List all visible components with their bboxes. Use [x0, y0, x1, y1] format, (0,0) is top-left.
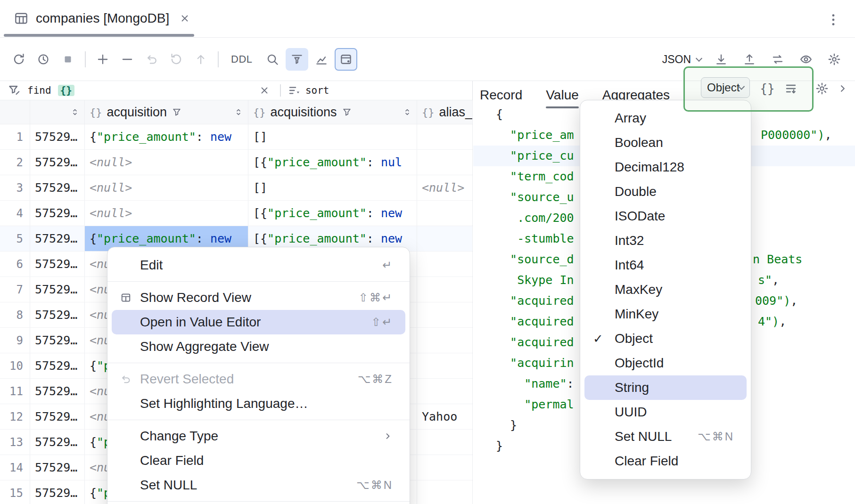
row-number[interactable]: 7 — [0, 277, 30, 302]
kebab-menu-icon[interactable] — [823, 9, 844, 30]
row-number[interactable]: 5 — [0, 226, 30, 251]
acquisition-cell[interactable]: <null> — [85, 201, 248, 226]
export-icon[interactable] — [710, 48, 732, 71]
menu-item-show-record-view[interactable]: Show Record View⇧⌘↵ — [112, 285, 405, 310]
row-number[interactable]: 11 — [0, 379, 30, 404]
type-option-double[interactable]: Double — [584, 179, 747, 204]
alias-cell[interactable] — [417, 201, 473, 226]
ddl-button[interactable]: DDL — [224, 49, 259, 69]
type-option-int64[interactable]: Int64 — [584, 253, 747, 277]
type-option-objectid[interactable]: ObjectId — [584, 351, 747, 375]
id-cell[interactable]: 57529… — [30, 124, 85, 149]
alias-cell[interactable] — [417, 302, 473, 327]
format-selector[interactable]: JSON — [658, 48, 706, 71]
alias-cell[interactable] — [417, 124, 473, 149]
stop-icon[interactable] — [57, 48, 79, 71]
tab-record[interactable]: Record — [480, 81, 522, 109]
menu-item-set-highlighting-language[interactable]: Set Highlighting Language… — [112, 391, 405, 416]
menu-item-open-in-value-editor[interactable]: Open in Value Editor⇧↵ — [112, 310, 405, 334]
type-option-minkey[interactable]: MinKey — [584, 302, 747, 326]
alias-cell[interactable] — [417, 150, 473, 175]
id-cell[interactable]: 57529… — [30, 201, 85, 226]
id-cell[interactable]: 57529… — [30, 226, 85, 251]
alias-cell[interactable]: <null> — [417, 175, 473, 200]
remove-row-icon[interactable] — [116, 48, 139, 71]
row-number[interactable]: 2 — [0, 150, 30, 175]
id-cell[interactable]: 57529… — [30, 150, 85, 175]
type-option-uuid[interactable]: UUID — [584, 400, 747, 424]
tab-value[interactable]: Value — [546, 81, 579, 109]
row-number[interactable]: 1 — [0, 124, 30, 149]
chart-icon[interactable] — [310, 48, 333, 71]
alias-cell[interactable] — [417, 252, 473, 276]
record-view-toggle-icon[interactable] — [335, 48, 357, 71]
sort-icon[interactable] — [288, 84, 301, 97]
id-cell[interactable]: 57529… — [30, 328, 85, 353]
menu-item-change-type[interactable]: Change Type — [112, 424, 405, 448]
sort-toggle-icon[interactable] — [70, 107, 80, 117]
acquisition-cell[interactable]: {"price_amount": new — [85, 124, 248, 149]
alias-cell[interactable] — [417, 277, 473, 302]
id-cell[interactable]: 57529… — [30, 455, 85, 480]
acquisitions-cell[interactable]: [{"price_amount": new — [248, 201, 417, 226]
type-option-object[interactable]: ✓Object — [584, 326, 747, 351]
find-label[interactable]: find — [27, 85, 51, 96]
undo-icon[interactable] — [140, 48, 163, 71]
acquisition-cell[interactable]: <null> — [85, 175, 248, 200]
soft-wrap-icon[interactable] — [781, 78, 801, 99]
sort-toggle-icon[interactable] — [234, 107, 243, 117]
alias-cell[interactable] — [417, 353, 473, 378]
acquisitions-cell[interactable]: [] — [248, 175, 417, 200]
filter-icon[interactable] — [342, 107, 352, 117]
alias-cell[interactable] — [417, 455, 473, 480]
alias-cell[interactable]: Yahoo — [417, 404, 473, 429]
id-column-header[interactable] — [30, 100, 85, 124]
search-icon[interactable] — [261, 48, 284, 71]
type-option-isodate[interactable]: ISODate — [584, 204, 747, 228]
menu-item-edit[interactable]: Edit↵ — [112, 253, 405, 277]
menu-item-set-null[interactable]: Set NULL⌥⌘N — [112, 473, 405, 497]
row-number[interactable]: 14 — [0, 455, 30, 480]
row-number[interactable]: 4 — [0, 201, 30, 226]
braces-icon[interactable]: {} — [757, 78, 778, 99]
type-option-string[interactable]: String — [584, 375, 747, 400]
acquisitions-cell[interactable]: [] — [248, 124, 417, 149]
row-number[interactable]: 3 — [0, 175, 30, 200]
type-option-array[interactable]: Array — [584, 106, 747, 130]
menu-item-clear-field[interactable]: Clear Field — [112, 448, 405, 473]
alias-cell[interactable] — [417, 328, 473, 353]
sort-toggle-icon[interactable] — [403, 107, 412, 117]
id-cell[interactable]: 57529… — [30, 379, 85, 404]
row-number[interactable]: 8 — [0, 302, 30, 327]
add-row-icon[interactable] — [91, 48, 114, 71]
alias-cell[interactable] — [417, 480, 473, 504]
type-option-maxkey[interactable]: MaxKey — [584, 277, 747, 302]
id-cell[interactable]: 57529… — [30, 252, 85, 276]
alias-cell[interactable] — [417, 379, 473, 404]
alias-cell[interactable] — [417, 430, 473, 455]
settings-icon[interactable] — [823, 48, 846, 71]
id-cell[interactable]: 57529… — [30, 430, 85, 455]
id-cell[interactable]: 57529… — [30, 353, 85, 378]
history-icon[interactable] — [32, 48, 55, 71]
eye-icon[interactable] — [795, 48, 817, 71]
refresh-icon[interactable] — [8, 48, 30, 71]
import-icon[interactable] — [738, 48, 761, 71]
row-number[interactable]: 9 — [0, 328, 30, 353]
revert-icon[interactable] — [165, 48, 188, 71]
acquisition-cell[interactable]: <null> — [85, 150, 248, 175]
column-header-alias-list[interactable]: {}alias_list — [417, 100, 473, 124]
type-option-decimal128[interactable]: Decimal128 — [584, 155, 747, 179]
id-cell[interactable]: 57529… — [30, 277, 85, 302]
menu-item-show-aggregate-view[interactable]: Show Aggregate View — [112, 334, 405, 359]
row-number-header[interactable] — [0, 100, 30, 124]
column-header-acquisitions[interactable]: {}acquisitions — [248, 100, 417, 124]
compare-icon[interactable] — [766, 48, 789, 71]
id-cell[interactable]: 57529… — [30, 480, 85, 504]
row-number[interactable]: 6 — [0, 252, 30, 276]
row-number[interactable]: 15 — [0, 480, 30, 504]
filter-edit-icon[interactable] — [8, 84, 21, 97]
alias-cell[interactable] — [417, 226, 473, 251]
clear-filter-icon[interactable] — [259, 85, 270, 96]
column-header-acquisition[interactable]: {}acquisition — [85, 100, 248, 124]
